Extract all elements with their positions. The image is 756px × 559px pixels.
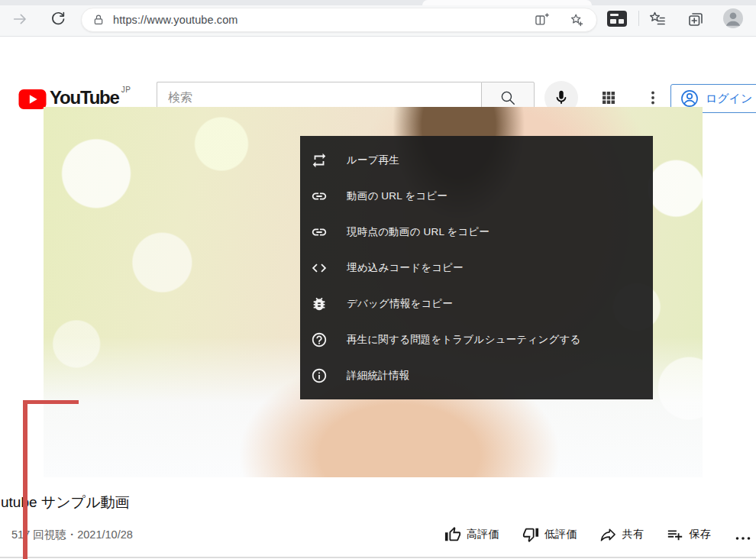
browser-toolbar: https://www.youtube.com — [0, 0, 756, 37]
menu-item-loop[interactable]: ループ再生 — [300, 142, 653, 178]
section-divider — [0, 557, 756, 558]
share-icon — [600, 526, 617, 543]
address-bar[interactable]: https://www.youtube.com — [81, 8, 597, 32]
url-text: https://www.youtube.com — [113, 14, 532, 26]
link-icon — [311, 188, 328, 205]
playlist-add-icon — [667, 526, 683, 543]
menu-item-troubleshoot[interactable]: 再生に関する問題をトラブルシューティングする — [300, 322, 653, 357]
view-count-and-date: 517 回視聴・2021/10/28 — [11, 528, 133, 542]
apps-grid-icon[interactable] — [599, 89, 618, 107]
info-icon — [311, 367, 328, 384]
menu-item-copy-url[interactable]: 動画の URL をコピー — [300, 178, 653, 214]
menu-item-copy-url-at-time[interactable]: 現時点の動画の URL をコピー — [300, 214, 653, 250]
thumb-down-icon — [522, 526, 539, 543]
youtube-header: YouTube JP ログイン — [0, 37, 756, 86]
active-tab[interactable] — [422, 0, 592, 5]
add-favorite-icon[interactable] — [567, 11, 586, 29]
youtube-play-icon — [18, 89, 47, 109]
login-label: ログイン — [706, 92, 752, 106]
dislike-button[interactable]: 低評価 — [522, 526, 577, 543]
save-button[interactable]: 保存 — [667, 526, 711, 543]
player-context-menu: ループ再生 動画の URL をコピー 現時点の動画の URL をコピー 埋め込み… — [300, 136, 653, 399]
share-button[interactable]: 共有 — [600, 526, 645, 543]
toolbar-divider — [638, 11, 639, 26]
video-title: utube サンプル動画 — [1, 493, 130, 512]
help-icon — [311, 331, 328, 348]
pip-icon[interactable] — [607, 11, 627, 27]
collections-icon[interactable] — [687, 10, 705, 28]
loop-icon — [311, 152, 328, 169]
refresh-icon[interactable] — [49, 10, 67, 28]
split-screen-icon[interactable] — [532, 11, 551, 29]
video-actions: 高評価 低評価 共有 保存 — [444, 522, 752, 547]
forward-icon[interactable] — [11, 10, 29, 28]
link-icon — [311, 224, 328, 241]
youtube-logo[interactable]: YouTube JP — [18, 87, 131, 109]
more-menu-icon[interactable] — [644, 89, 662, 107]
code-icon — [311, 260, 328, 276]
thumb-up-icon — [444, 526, 461, 543]
youtube-logo-text: YouTube — [50, 87, 119, 108]
bug-icon — [311, 296, 328, 312]
menu-item-copy-embed[interactable]: 埋め込みコードをコピー — [300, 250, 653, 286]
like-button[interactable]: 高評価 — [444, 526, 499, 543]
lock-icon — [92, 14, 105, 26]
tab-strip — [0, 0, 756, 5]
menu-item-copy-debug[interactable]: デバッグ情報をコピー — [300, 286, 653, 322]
menu-item-stats[interactable]: 詳細統計情報 — [300, 357, 653, 393]
annotation-line-vertical — [23, 400, 27, 559]
annotation-line-horizontal — [23, 400, 79, 404]
person-circle-icon — [680, 89, 699, 108]
region-code: JP — [121, 86, 131, 94]
favorites-hub-icon[interactable] — [648, 10, 667, 28]
profile-avatar[interactable] — [723, 8, 743, 28]
more-actions-icon[interactable] — [734, 525, 752, 544]
